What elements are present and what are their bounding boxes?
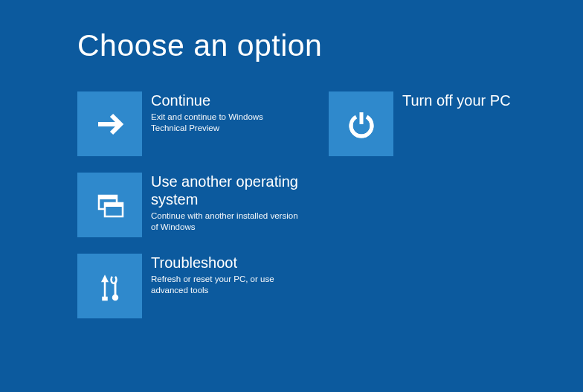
options-grid: Continue Exit and continue to Windows Te… — [77, 91, 583, 318]
tools-icon — [77, 254, 142, 318]
svg-point-7 — [113, 295, 117, 300]
arrow-right-icon — [77, 91, 142, 156]
options-column-right: Turn off your PC — [329, 91, 552, 318]
troubleshoot-text: Troubleshoot Refresh or reset your PC, o… — [151, 254, 300, 296]
turn-off-text: Turn off your PC — [402, 91, 511, 112]
windows-stack-icon — [77, 173, 142, 237]
troubleshoot-title: Troubleshoot — [151, 254, 300, 271]
options-column-left: Continue Exit and continue to Windows Te… — [77, 91, 300, 318]
turn-off-option[interactable]: Turn off your PC — [329, 91, 552, 156]
continue-option[interactable]: Continue Exit and continue to Windows Te… — [77, 91, 300, 156]
another-os-option[interactable]: Use another operating system Continue wi… — [77, 173, 300, 237]
svg-rect-1 — [99, 196, 117, 199]
another-os-desc: Continue with another installed version … — [151, 211, 300, 233]
svg-rect-3 — [105, 203, 123, 207]
turn-off-title: Turn off your PC — [402, 91, 511, 109]
continue-title: Continue — [151, 91, 300, 109]
another-os-text: Use another operating system Continue wi… — [151, 173, 300, 233]
troubleshoot-desc: Refresh or reset your PC, or use advance… — [151, 274, 300, 296]
power-icon — [329, 91, 393, 156]
continue-desc: Exit and continue to Windows Technical P… — [151, 112, 300, 134]
page-title: Choose an option — [77, 28, 583, 63]
another-os-title: Use another operating system — [151, 173, 300, 208]
troubleshoot-option[interactable]: Troubleshoot Refresh or reset your PC, o… — [77, 254, 300, 318]
svg-rect-5 — [103, 298, 106, 300]
continue-text: Continue Exit and continue to Windows Te… — [151, 91, 300, 134]
